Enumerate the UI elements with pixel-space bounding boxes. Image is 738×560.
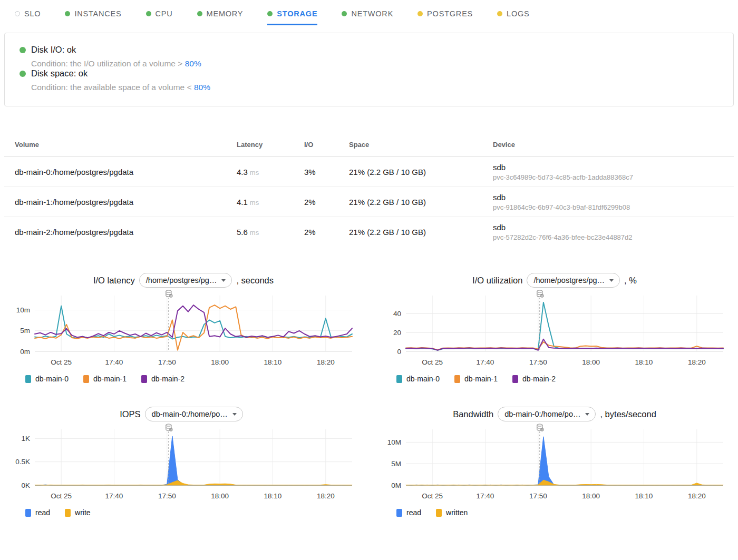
- svg-text:18:10: 18:10: [264, 358, 282, 366]
- series-db-main-1: [35, 305, 352, 350]
- svg-text:17:40: 17:40: [105, 358, 123, 366]
- series-read: [35, 436, 352, 485]
- svg-text:17:50: 17:50: [529, 492, 547, 500]
- axis-labels: 02040Oct 2517:4017:5018:0018:1018:20: [393, 310, 706, 366]
- tab-status-dot: [146, 11, 151, 16]
- chart-unit-suffix: , seconds: [236, 276, 274, 286]
- tab-memory[interactable]: MEMORY: [197, 9, 244, 25]
- legend-item-read: read: [396, 508, 421, 517]
- bandwidth-chart[interactable]: 0M5M10MOct 2517:4017:5018:0018:1018:20: [375, 423, 727, 503]
- cell-volume: db-main-1:/home/postgres/pgdata: [15, 198, 237, 207]
- tab-status-dot: [197, 11, 202, 16]
- table-row: db-main-2:/home/postgres/pgdata5.6ms2%21…: [4, 217, 734, 247]
- svg-text:18:00: 18:00: [211, 492, 229, 500]
- io-latency-chart[interactable]: 0m5m10mOct 2517:4017:5018:0018:1018:20: [4, 289, 356, 369]
- device-name: sdb: [493, 223, 734, 232]
- svg-text:0m: 0m: [20, 348, 30, 356]
- database-event-icon: [166, 290, 172, 297]
- cell-latency: 4.3ms: [237, 168, 304, 176]
- chevron-down-icon: [609, 279, 614, 282]
- series-written: [406, 480, 723, 485]
- legend-item-db-main-0: db-main-0: [25, 375, 69, 383]
- chart-title: I/O utilization: [472, 276, 522, 286]
- chart-io-latency: I/O latency /home/postgres/pg… , seconds…: [4, 272, 363, 383]
- volume-select-dropdown[interactable]: /home/postgres/pg…: [527, 273, 620, 288]
- tab-label: CPU: [156, 9, 173, 18]
- tab-status-dot: [15, 11, 20, 16]
- tab-label: POSTGRES: [427, 9, 473, 18]
- charts-grid: I/O latency /home/postgres/pg… , seconds…: [0, 272, 738, 517]
- tab-label: STORAGE: [277, 9, 317, 18]
- legend-label: write: [75, 508, 91, 517]
- svg-text:18:20: 18:20: [317, 492, 335, 500]
- legend-item-written: written: [436, 508, 468, 517]
- legend-item-db-main-0: db-main-0: [396, 375, 440, 383]
- chart-unit-suffix: , bytes/second: [600, 409, 656, 419]
- table-row: db-main-1:/home/postgres/pgdata4.1ms2%21…: [4, 187, 734, 217]
- legend-item-write: write: [65, 508, 91, 517]
- svg-text:17:40: 17:40: [477, 358, 494, 366]
- tab-status-dot: [417, 11, 423, 16]
- database-event-icon: [537, 290, 543, 297]
- legend-item-db-main-1: db-main-1: [83, 375, 127, 383]
- legend-swatch: [454, 375, 460, 383]
- chart-iops: IOPS db-main-0:/home/po… 0K0.5K1KOct 251…: [4, 406, 363, 517]
- dropdown-value: db-main-0:/home/po…: [504, 410, 580, 418]
- tab-instances[interactable]: INSTANCES: [65, 9, 121, 25]
- threshold-link[interactable]: 80%: [194, 83, 210, 92]
- tab-network[interactable]: NETWORK: [342, 9, 393, 25]
- volume-select-dropdown[interactable]: db-main-0:/home/po…: [145, 407, 243, 421]
- iops-chart[interactable]: 0K0.5K1KOct 2517:4017:5018:0018:1018:20: [4, 423, 356, 503]
- database-event-icon: [537, 424, 543, 431]
- svg-text:17:50: 17:50: [529, 358, 547, 366]
- series-db-main-0: [406, 302, 723, 350]
- legend-label: db-main-2: [522, 375, 556, 383]
- status-title: Disk I/O: ok: [31, 45, 76, 55]
- tab-status-dot: [342, 11, 347, 16]
- chart-title-row: IOPS db-main-0:/home/po…: [4, 406, 363, 422]
- volume-select-dropdown[interactable]: db-main-0:/home/po…: [498, 407, 596, 421]
- svg-text:Oct 25: Oct 25: [422, 358, 443, 366]
- svg-text:17:40: 17:40: [105, 492, 123, 500]
- tab-label: INSTANCES: [74, 9, 121, 18]
- status-ok-icon: [20, 47, 26, 53]
- status-item-disk-io: Disk I/O: ok: [20, 45, 718, 55]
- volume-select-dropdown[interactable]: /home/postgres/pg…: [139, 273, 232, 288]
- dropdown-value: /home/postgres/pg…: [146, 276, 217, 284]
- volumes-table: Volume Latency I/O Space Device db-main-…: [4, 133, 734, 247]
- condition-text: Condition: the I/O utilization of a volu…: [31, 59, 185, 68]
- svg-text:5m: 5m: [20, 327, 30, 335]
- legend-swatch: [25, 375, 31, 383]
- legend-swatch: [396, 509, 402, 517]
- tab-storage[interactable]: STORAGE: [267, 9, 317, 25]
- svg-text:0: 0: [397, 348, 401, 356]
- chart-legend: readwrite: [25, 508, 363, 517]
- chevron-down-icon: [221, 279, 226, 282]
- legend-label: db-main-1: [93, 375, 127, 383]
- device-name: sdb: [493, 163, 734, 172]
- tab-slo[interactable]: SLO: [15, 9, 41, 25]
- series-read: [406, 437, 723, 485]
- svg-text:18:20: 18:20: [688, 358, 706, 366]
- chart-title-row: Bandwidth db-main-0:/home/po… , bytes/se…: [375, 406, 734, 422]
- svg-text:40: 40: [393, 310, 401, 318]
- svg-text:10m: 10m: [16, 306, 30, 314]
- cell-volume: db-main-0:/home/postgres/pgdata: [15, 168, 237, 176]
- chart-title: I/O latency: [93, 276, 135, 286]
- gridlines: [35, 296, 352, 351]
- legend-swatch: [141, 375, 147, 383]
- legend-label: db-main-0: [35, 375, 69, 383]
- svg-text:5M: 5M: [391, 460, 401, 468]
- tab-postgres[interactable]: POSTGRES: [417, 9, 473, 25]
- tab-logs[interactable]: LOGS: [497, 9, 530, 25]
- dropdown-value: db-main-0:/home/po…: [152, 410, 228, 418]
- io-utilization-chart[interactable]: 02040Oct 2517:4017:5018:0018:1018:20: [375, 289, 727, 369]
- svg-text:18:00: 18:00: [582, 358, 600, 366]
- status-ok-icon: [20, 71, 26, 77]
- threshold-link[interactable]: 80%: [185, 59, 201, 68]
- svg-text:18:20: 18:20: [688, 492, 706, 500]
- latency-unit: ms: [250, 199, 259, 207]
- chevron-down-icon: [232, 413, 237, 416]
- tab-cpu[interactable]: CPU: [146, 9, 173, 25]
- svg-text:18:00: 18:00: [211, 358, 229, 366]
